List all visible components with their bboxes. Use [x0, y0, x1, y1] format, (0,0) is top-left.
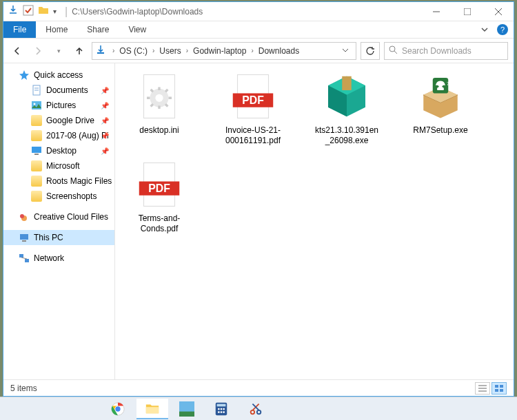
pin-icon: 📌 — [101, 132, 109, 140]
file-name: desktop.ini — [139, 125, 179, 136]
folder-qat-icon — [38, 5, 49, 19]
sidebar-item[interactable]: Roots Magic Files — [3, 174, 114, 189]
home-tab[interactable]: Home — [36, 21, 77, 38]
search-icon — [389, 45, 398, 56]
svg-rect-11 — [32, 101, 41, 109]
svg-rect-38 — [500, 385, 503, 388]
details-view-button[interactable] — [475, 382, 490, 395]
pin-icon: 📌 — [101, 87, 109, 94]
crumb-users[interactable]: Users — [158, 46, 182, 56]
checkbox-icon[interactable] — [23, 5, 34, 19]
folder-icon — [31, 160, 42, 171]
recent-dropdown-icon[interactable]: ▾ — [50, 43, 67, 59]
search-input[interactable] — [402, 46, 505, 56]
window-buttons — [420, 2, 514, 21]
crumb-user[interactable]: Godwin-laptop — [192, 46, 247, 56]
navigation-pane: Quick access Documents📌Pictures📌Google D… — [3, 63, 115, 379]
minimize-button[interactable] — [420, 2, 452, 21]
svg-point-52 — [221, 411, 223, 413]
close-button[interactable] — [483, 2, 514, 21]
folder-icon — [31, 191, 42, 202]
svg-rect-2 — [464, 8, 471, 15]
file-item[interactable]: kts21.3.10.391en_26098.exe — [314, 72, 380, 146]
taskbar-explorer[interactable] — [136, 399, 168, 419]
breadcrumb-dropdown-icon[interactable] — [338, 46, 353, 56]
chevron-right-icon[interactable]: › — [110, 47, 116, 54]
sidebar-item[interactable]: Microsoft — [3, 158, 114, 174]
view-tab[interactable]: View — [119, 21, 156, 38]
icons-view-button[interactable] — [491, 382, 507, 395]
network-icon — [19, 253, 30, 264]
search-box[interactable] — [384, 42, 508, 60]
sidebar-quick-access[interactable]: Quick access — [3, 67, 114, 83]
svg-line-21 — [21, 258, 27, 259]
pin-icon: 📌 — [101, 147, 109, 155]
sidebar-item[interactable]: Desktop📌 — [3, 143, 114, 158]
chevron-right-icon[interactable]: › — [150, 47, 156, 54]
file-item[interactable]: 7RM7Setup.exe — [407, 72, 474, 146]
taskbar-app-sky[interactable] — [171, 399, 203, 419]
forward-button[interactable] — [30, 43, 46, 59]
breadcrumb[interactable]: › OS (C:) › Users › Godwin-laptop › Down… — [92, 42, 356, 60]
svg-point-48 — [218, 408, 220, 410]
svg-point-54 — [251, 410, 255, 414]
svg-point-6 — [389, 46, 395, 52]
sidebar-item-label: Desktop — [46, 146, 77, 156]
sidebar-item[interactable]: 2017-08 (Aug) Pi📌 — [3, 128, 114, 143]
sidebar-item[interactable]: Pictures📌 — [3, 98, 114, 113]
svg-rect-39 — [495, 389, 498, 392]
sidebar-item[interactable]: Documents📌 — [3, 83, 114, 98]
svg-point-42 — [115, 406, 120, 411]
taskbar-snip[interactable] — [240, 399, 272, 419]
taskbar-chrome[interactable] — [102, 399, 134, 419]
sidebar-creative-cloud[interactable]: Creative Cloud Files — [3, 209, 114, 224]
maximize-button[interactable] — [452, 2, 483, 21]
sidebar-item[interactable]: Google Drive📌 — [3, 113, 114, 128]
star-icon — [19, 70, 30, 81]
sidebar-item-label: Screenshopts — [46, 191, 97, 201]
file-item[interactable]: PDFTerms-and-Conds.pdf — [126, 160, 192, 234]
file-icon — [322, 72, 372, 121]
qat-dropdown-icon[interactable]: ▾ — [53, 8, 57, 15]
taskbar-calculator[interactable] — [205, 399, 237, 419]
svg-rect-17 — [20, 234, 28, 240]
back-button[interactable] — [9, 43, 26, 59]
file-icon: PDF — [134, 160, 184, 209]
share-tab[interactable]: Share — [77, 21, 119, 38]
help-icon[interactable]: ? — [497, 24, 508, 35]
file-pane[interactable]: desktop.iniPDFInvoice-US-21-000161191.pd… — [115, 63, 514, 379]
svg-rect-45 — [179, 411, 194, 416]
pc-icon — [19, 232, 30, 243]
folder-icon — [31, 115, 42, 126]
svg-rect-28 — [342, 76, 352, 90]
crumb-drive[interactable]: OS (C:) — [118, 46, 149, 56]
sidebar-network[interactable]: Network — [3, 251, 114, 266]
file-item[interactable]: desktop.ini — [126, 72, 192, 146]
file-name: Invoice-US-21-000161191.pdf — [220, 125, 286, 146]
up-button[interactable] — [71, 43, 88, 59]
sidebar-item-label: Google Drive — [46, 116, 94, 125]
refresh-button[interactable] — [361, 42, 380, 60]
svg-rect-19 — [19, 254, 23, 258]
svg-rect-47 — [217, 403, 226, 406]
svg-point-24 — [155, 94, 163, 102]
file-item[interactable]: PDFInvoice-US-21-000161191.pdf — [220, 72, 286, 146]
svg-line-7 — [394, 51, 397, 54]
window-title: C:\Users\Godwin-laptop\Downloads — [72, 7, 420, 17]
view-switcher — [475, 382, 507, 395]
sidebar-item[interactable]: Screenshopts — [3, 189, 114, 204]
crumb-downloads[interactable]: Downloads — [257, 46, 301, 56]
svg-rect-20 — [25, 259, 29, 262]
chevron-right-icon[interactable]: › — [249, 47, 255, 54]
sidebar-item-label: Quick access — [34, 70, 83, 80]
ribbon-expand-icon[interactable] — [475, 21, 494, 38]
file-tab[interactable]: File — [3, 21, 36, 38]
svg-text:PDF: PDF — [242, 94, 264, 106]
chevron-right-icon[interactable]: › — [184, 47, 190, 54]
sidebar-this-pc[interactable]: This PC — [3, 230, 114, 245]
address-bar: ▾ › OS (C:) › Users › Godwin-laptop › Do… — [3, 39, 514, 63]
quick-access-toolbar: ▾ — [3, 5, 61, 19]
pin-icon: 📌 — [101, 102, 109, 109]
file-grid: desktop.iniPDFInvoice-US-21-000161191.pd… — [126, 72, 503, 234]
divider: | — [65, 6, 68, 18]
